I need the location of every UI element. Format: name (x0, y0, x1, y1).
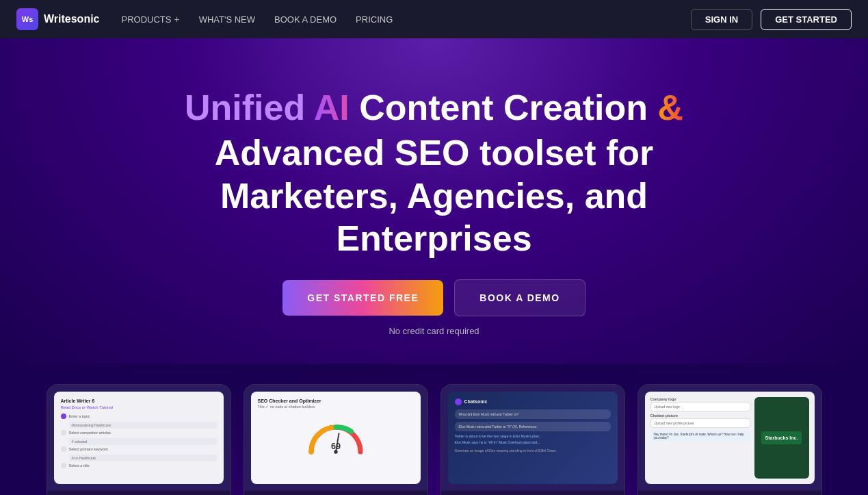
hero-title: Unified AI Content Creation & Advanced S… (127, 86, 742, 260)
gauge-svg: 69 (305, 418, 367, 455)
hero-title-line1: Unified AI Content Creation & (127, 86, 742, 129)
logo-icon: Ws (16, 8, 38, 30)
hero-title-line2: Advanced SEO toolset for (127, 131, 742, 174)
nav-pricing[interactable]: PRICING (356, 14, 393, 25)
card-body-bs: 💬 Botsonic AI Agents & Copilots trained … (638, 491, 821, 495)
card-body-cs: Chatsonic ChatGPT like AI chat with real… (441, 491, 624, 495)
card-screenshot-aw: Article Writer 6 Read Docs or Watch Tuto… (47, 385, 231, 491)
nav-links: PRODUCTS + WHAT'S NEW BOOK A DEMO PRICIN… (122, 14, 669, 25)
nav-book-demo[interactable]: BOOK A DEMO (274, 14, 337, 25)
product-cards-section: Article Writer 6 Read Docs or Watch Tuto… (0, 364, 868, 495)
svg-text:69: 69 (330, 442, 340, 451)
no-credit-text: No credit card required (27, 326, 841, 336)
nav-actions: SIGN IN GET STARTED (691, 9, 852, 30)
card-body-aw: ✦ AI Article Writer Factually Accurate A… (47, 491, 231, 495)
aw-step1-dot (61, 414, 66, 419)
card-screenshot-bs: Company logo Upload new logo Chatbot pic… (638, 385, 821, 491)
seo-gauge: 69 (258, 413, 414, 461)
nav-products[interactable]: PRODUCTS + (122, 14, 180, 25)
cs-logo-dot (455, 398, 462, 405)
get-started-nav-button[interactable]: GET STARTED (761, 9, 852, 30)
hero-title-line3: Marketers, Agencies, and Enterprises (127, 175, 742, 260)
logo[interactable]: Ws Writesonic (16, 8, 100, 30)
hero-word-content: Content (359, 88, 503, 127)
card-botsonic: Company logo Upload new logo Chatbot pic… (637, 384, 822, 495)
products-plus-icon: + (174, 14, 179, 25)
card-screenshot-seo: SEO Checker and Optimizer Title ✓ no cod… (244, 385, 428, 491)
seo-mockup: SEO Checker and Optimizer Title ✓ no cod… (251, 392, 421, 484)
hero-word-ai: AI (314, 88, 359, 127)
signin-button[interactable]: SIGN IN (691, 9, 752, 30)
hero-section: Unified AI Content Creation & Advanced S… (0, 38, 868, 364)
card-chatsonic: Chatsonic What did Elon Musk rebrand Twi… (440, 384, 625, 495)
aw-step4-dot (61, 463, 66, 468)
hero-word-creation: Creation (503, 88, 657, 127)
card-ai-article-writer: Article Writer 6 Read Docs or Watch Tuto… (47, 384, 231, 495)
card-screenshot-cs: Chatsonic What did Elon Musk rebrand Twi… (441, 385, 624, 491)
bs-starbucks-preview: Starbucks Inc. (754, 397, 809, 479)
nav-whats-new[interactable]: WHAT'S NEW (199, 14, 255, 25)
hero-word-unified: Unified (185, 88, 314, 127)
aw-step2-dot (61, 430, 66, 435)
hero-cta-group: GET STARTED FREE BOOK A DEMO (27, 279, 841, 316)
bs-mockup: Company logo Upload new logo Chatbot pic… (645, 392, 815, 484)
hero-word-amp: & (657, 88, 683, 127)
book-demo-button[interactable]: BOOK A DEMO (454, 279, 585, 316)
card-seo-checker: SEO Checker and Optimizer Title ✓ no cod… (244, 384, 428, 495)
card-body-seo: SEO Checker Real-time SEO Check and Opti… (244, 491, 428, 495)
logo-text: Writesonic (44, 13, 100, 25)
get-started-free-button[interactable]: GET STARTED FREE (282, 280, 443, 316)
navbar: Ws Writesonic PRODUCTS + WHAT'S NEW BOOK… (0, 0, 868, 38)
aw-mockup: Article Writer 6 Read Docs or Watch Tuto… (54, 392, 224, 484)
cs-mockup: Chatsonic What did Elon Musk rebrand Twi… (448, 392, 618, 484)
aw-step3-dot (61, 446, 66, 452)
